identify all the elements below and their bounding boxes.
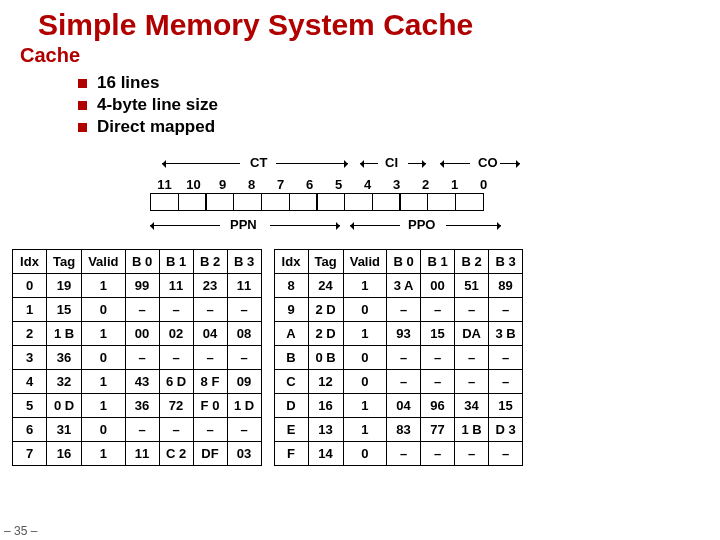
table-cell: 16 — [308, 394, 343, 418]
table-cell: 1 — [82, 394, 125, 418]
bit-num: 4 — [353, 177, 382, 192]
table-row: 3360–––– — [13, 346, 262, 370]
table-cell: 3 — [13, 346, 47, 370]
table-cell: 1 B — [47, 322, 82, 346]
table-cell: 1 — [82, 442, 125, 466]
table-cell: 77 — [421, 418, 455, 442]
table-cell: – — [387, 442, 421, 466]
table-cell: 00 — [125, 322, 159, 346]
table-cell: 00 — [421, 274, 455, 298]
table-cell: 1 — [82, 322, 125, 346]
table-cell: 11 — [125, 442, 159, 466]
table-cell: 15 — [421, 322, 455, 346]
table-cell: 15 — [47, 298, 82, 322]
table-cell: 8 F — [193, 370, 227, 394]
bit-numbers: 11 10 9 8 7 6 5 4 3 2 1 0 — [150, 177, 530, 192]
subtitle: Cache — [0, 44, 720, 67]
bit-diagram: CT CI CO 11 10 9 8 7 6 5 4 3 2 1 0 PPN P… — [150, 151, 530, 239]
bullet-icon — [78, 101, 87, 110]
table-cell: C — [274, 370, 308, 394]
table-cell: 0 — [343, 346, 386, 370]
table-cell: – — [125, 346, 159, 370]
arrow-icon — [500, 163, 520, 164]
col-header: B 1 — [421, 250, 455, 274]
arrow-icon — [270, 225, 340, 226]
table-cell: DA — [455, 322, 489, 346]
table-cell: 12 — [308, 370, 343, 394]
bit-num: 7 — [266, 177, 295, 192]
table-cell: – — [387, 346, 421, 370]
table-cell: 43 — [125, 370, 159, 394]
col-header: B 0 — [125, 250, 159, 274]
table-row: F140–––– — [274, 442, 523, 466]
table-row: 6310–––– — [13, 418, 262, 442]
page-footer: – 35 – — [4, 524, 37, 538]
ppo-label: PPO — [408, 217, 435, 232]
table-cell: 1 — [82, 274, 125, 298]
table-cell: 96 — [421, 394, 455, 418]
table-cell: 16 — [47, 442, 82, 466]
table-cell: – — [193, 418, 227, 442]
table-cell: 0 B — [308, 346, 343, 370]
bullet-icon — [78, 123, 87, 132]
table-cell: 0 — [343, 370, 386, 394]
table-row: 50 D13672F 01 D — [13, 394, 262, 418]
table-cell: – — [159, 298, 193, 322]
table-cell: 0 — [82, 346, 125, 370]
table-cell: 13 — [308, 418, 343, 442]
table-cell: 34 — [455, 394, 489, 418]
table-row: 019199112311 — [13, 274, 262, 298]
table-cell: 1 — [82, 370, 125, 394]
table-cell: 11 — [159, 274, 193, 298]
table-cell: – — [489, 346, 523, 370]
table-row: 21 B100020408 — [13, 322, 262, 346]
col-header: B 1 — [159, 250, 193, 274]
table-cell: F — [274, 442, 308, 466]
table-cell: – — [227, 298, 261, 322]
arrow-icon — [446, 225, 501, 226]
table-row: 82413 A005189 — [274, 274, 523, 298]
bit-num: 11 — [150, 177, 179, 192]
table-cell: – — [193, 346, 227, 370]
table-cell: 5 — [13, 394, 47, 418]
table-cell: C 2 — [159, 442, 193, 466]
table-cell: 7 — [13, 442, 47, 466]
col-header: Tag — [308, 250, 343, 274]
cache-table-right: IdxTagValidB 0B 1B 2B 3 82413 A00518992 … — [274, 249, 524, 466]
arrow-icon — [350, 225, 400, 226]
table-cell: DF — [193, 442, 227, 466]
table-cell: 0 — [82, 418, 125, 442]
arrow-icon — [408, 163, 426, 164]
table-cell: 0 D — [47, 394, 82, 418]
arrow-icon — [162, 163, 240, 164]
table-row: A2 D19315DA3 B — [274, 322, 523, 346]
co-label: CO — [478, 155, 498, 170]
cache-tables: IdxTagValidB 0B 1B 2B 3 0191991123111150… — [0, 249, 720, 466]
table-cell: 2 D — [308, 298, 343, 322]
table-cell: 83 — [387, 418, 421, 442]
col-header: Valid — [343, 250, 386, 274]
table-cell: 09 — [227, 370, 261, 394]
arrow-icon — [360, 163, 378, 164]
bit-num: 0 — [469, 177, 498, 192]
table-cell: 0 — [13, 274, 47, 298]
col-header: Valid — [82, 250, 125, 274]
col-header: B 0 — [387, 250, 421, 274]
table-cell: 9 — [274, 298, 308, 322]
col-header: B 2 — [455, 250, 489, 274]
table-cell: 0 — [343, 298, 386, 322]
table-cell: 1 — [343, 418, 386, 442]
table-cell: – — [455, 442, 489, 466]
bullet-text: Direct mapped — [97, 117, 215, 137]
table-cell: 02 — [159, 322, 193, 346]
table-cell: 51 — [455, 274, 489, 298]
table-cell: 2 D — [308, 322, 343, 346]
table-cell: 36 — [125, 394, 159, 418]
table-cell: 4 — [13, 370, 47, 394]
arrow-icon — [440, 163, 470, 164]
bit-num: 1 — [440, 177, 469, 192]
table-cell: – — [159, 346, 193, 370]
table-cell: 99 — [125, 274, 159, 298]
table-cell: – — [227, 346, 261, 370]
bit-num: 10 — [179, 177, 208, 192]
